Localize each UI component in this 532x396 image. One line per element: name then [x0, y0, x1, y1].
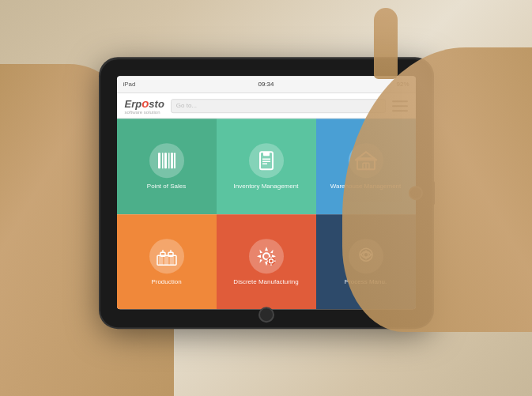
- status-bar-left: iPad: [123, 81, 136, 88]
- production-label: Production: [151, 278, 181, 286]
- tile-pos[interactable]: Point of Sales: [117, 119, 217, 214]
- svg-rect-2: [164, 153, 167, 169]
- svg-rect-17: [164, 255, 168, 265]
- svg-rect-18: [170, 255, 174, 265]
- tile-production[interactable]: Production: [117, 214, 217, 309]
- pos-label: Point of Sales: [147, 183, 186, 191]
- svg-rect-0: [158, 153, 160, 169]
- device-name: iPad: [123, 81, 136, 88]
- logo-text-er: Erp: [125, 98, 142, 110]
- logo-text-esto: sto: [149, 98, 164, 110]
- pos-icon: [149, 144, 184, 179]
- search-bar[interactable]: Go to...: [171, 99, 386, 113]
- svg-rect-16: [159, 255, 163, 265]
- production-icon: [149, 239, 184, 273]
- svg-point-24: [267, 257, 275, 265]
- search-placeholder: Go to...: [176, 102, 197, 109]
- svg-rect-4: [171, 153, 173, 169]
- svg-rect-1: [162, 153, 164, 169]
- logo-accent: o: [141, 96, 149, 110]
- svg-rect-3: [168, 153, 170, 169]
- tile-inventory[interactable]: Inventory Management: [217, 119, 316, 214]
- app-logo: Erposto software solution: [125, 96, 164, 115]
- pointing-finger: [374, 8, 398, 79]
- discrete-icon: [249, 239, 284, 273]
- inventory-label: Inventory Management: [234, 183, 299, 191]
- svg-rect-20: [168, 252, 173, 256]
- svg-rect-7: [263, 153, 270, 157]
- inventory-icon: [249, 144, 284, 179]
- tile-discrete[interactable]: Discrete Manufacturing: [217, 214, 316, 309]
- svg-rect-5: [174, 153, 175, 169]
- discrete-label: Discrete Manufacturing: [233, 278, 298, 286]
- scene: iPad 09:34 92% Erposto software solution: [0, 0, 532, 396]
- tablet-home-button[interactable]: [258, 307, 274, 322]
- status-bar: iPad 09:34 92%: [117, 76, 416, 93]
- logo-subtitle: software solution: [125, 110, 164, 115]
- status-bar-time: 09:34: [258, 81, 274, 88]
- svg-rect-19: [160, 252, 165, 256]
